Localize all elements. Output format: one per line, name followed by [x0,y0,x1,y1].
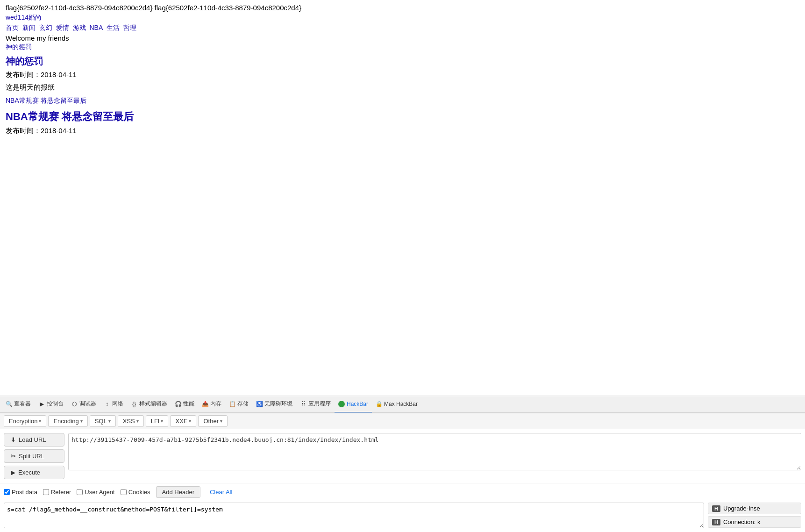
article2-pubdate: 发布时间：2018-04-11 [6,127,799,135]
article1-title[interactable]: 神的惩罚 [6,55,799,68]
related-link[interactable]: NBA常规赛 将悬念留至最后 [6,97,799,105]
article1-body: 这是明天的报纸 [6,83,799,92]
main-content: flag{62502fe2-110d-4c33-8879-094c8200c2d… [0,0,805,283]
nav-news[interactable]: 新闻 [22,24,36,31]
nav-life[interactable]: 生活 [107,24,120,31]
nav-links: wed114婚尚 [6,14,799,22]
nav-games[interactable]: 游戏 [73,24,86,31]
nav-xuanhuan[interactable]: 玄幻 [39,24,52,31]
article1-pubdate: 发布时间：2018-04-11 [6,71,799,79]
site-name-link[interactable]: wed114婚尚 [6,14,42,21]
nav-love[interactable]: 爱情 [56,24,69,31]
nav-bar: 首页 新闻 玄幻 爱情 游戏 NBA 生活 哲理 [6,24,799,32]
nav-home[interactable]: 首页 [6,24,19,31]
article2-title[interactable]: NBA常规赛 将悬念留至最后 [6,110,799,124]
nav-nba[interactable]: NBA [89,24,103,31]
nav-philosophy[interactable]: 哲理 [123,24,136,31]
welcome-text: Welcome my friends [6,34,799,42]
flag-text: flag{62502fe2-110d-4c33-8879-094c8200c2d… [6,4,799,12]
breadcrumb-link[interactable]: 神的惩罚 [6,43,799,51]
